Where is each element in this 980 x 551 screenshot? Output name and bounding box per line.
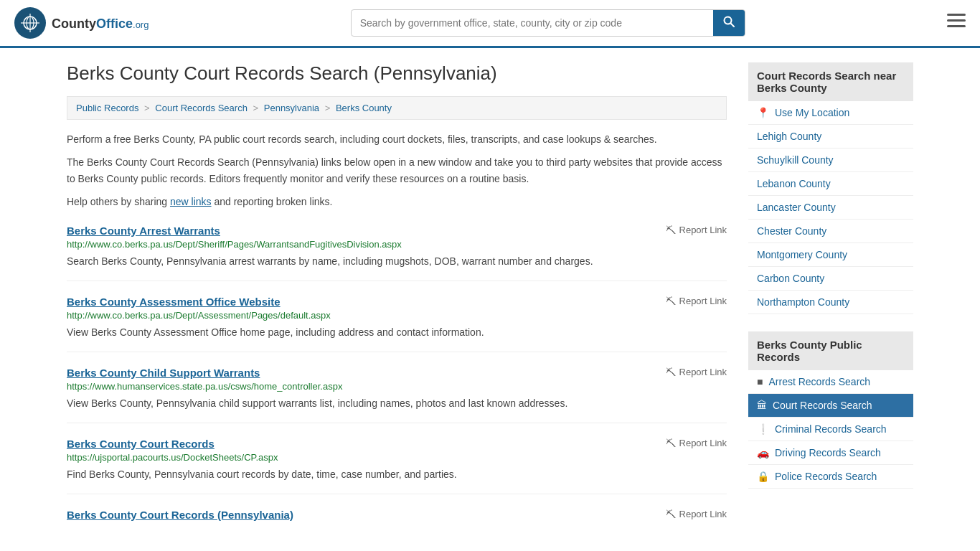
nearby-header: Court Records Search near Berks County [748,62,913,101]
breadcrumb-public-records[interactable]: Public Records [76,103,138,113]
hamburger-menu[interactable] [947,14,966,32]
breadcrumb-pennsylvania[interactable]: Pennsylvania [264,103,319,113]
svg-rect-9 [947,25,966,27]
resource-url[interactable]: http://www.co.berks.pa.us/Dept/Assessmen… [67,310,727,321]
report-link[interactable]: ⛏ Report Link [666,367,727,378]
sidebar-record-icon: 🔒 [757,471,769,482]
svg-rect-8 [947,19,966,22]
public-record-link[interactable]: Driving Records Search [775,447,881,458]
svg-rect-7 [947,14,966,16]
report-link-icon: ⛏ [666,296,676,307]
public-record-item[interactable]: 🔒 Police Records Search [748,465,913,489]
nearby-county-item[interactable]: Lehigh County [748,125,913,149]
public-records-header: Berks County Public Records [748,331,913,370]
nearby-county-link[interactable]: Carbon County [757,273,824,284]
nearby-county-link[interactable]: Northampton County [757,296,849,308]
nearby-county-link[interactable]: Lancaster County [757,202,836,213]
breadcrumb-sep1: > [144,103,152,113]
resource-entry: Berks County Child Support Warrants ⛏ Re… [67,367,727,423]
resource-title[interactable]: Berks County Assessment Office Website [67,296,281,308]
intro-text-1: Perform a free Berks County, PA public c… [67,131,727,147]
report-link-icon: ⛏ [666,438,676,449]
report-link[interactable]: ⛏ Report Link [666,296,727,307]
search-input[interactable] [352,11,713,34]
report-link-icon: ⛏ [666,509,676,520]
resource-header: Berks County Assessment Office Website ⛏… [67,296,727,308]
resource-title[interactable]: Berks County Child Support Warrants [67,367,260,379]
resource-desc: View Berks County, Pennsylvania child su… [67,396,727,411]
public-record-link[interactable]: Criminal Records Search [775,423,887,435]
resource-desc: Search Berks County, Pennsylvania arrest… [67,254,727,269]
resource-url[interactable]: http://www.co.berks.pa.us/Dept/Sheriff/P… [67,239,727,250]
nearby-county-link[interactable]: Montgomery County [757,249,847,260]
intro-text-2: The Berks County Court Records Search (P… [67,154,727,187]
resource-title[interactable]: Berks County Court Records (Pennsylvania… [67,509,293,521]
nearby-county-item[interactable]: Carbon County [748,267,913,291]
nearby-list: 📍 Use My Location Lehigh CountySchuylkil… [748,101,913,314]
resource-header: Berks County Child Support Warrants ⛏ Re… [67,367,727,379]
svg-line-6 [730,24,734,27]
report-link[interactable]: ⛏ Report Link [666,438,727,449]
logo[interactable]: CountyOffice.org [14,7,149,39]
resource-header: Berks County Court Records (Pennsylvania… [67,509,727,521]
nearby-county-item[interactable]: Lebanon County [748,172,913,196]
sidebar-record-icon: ❕ [757,423,769,435]
public-record-item[interactable]: ❕ Criminal Records Search [748,418,913,441]
report-link-icon: ⛏ [666,225,676,236]
public-records-list: ■ Arrest Records Search 🏛 Court Records … [748,370,913,489]
nearby-county-link[interactable]: Lehigh County [757,131,821,142]
breadcrumb-berks-county[interactable]: Berks County [336,103,392,113]
nearby-county-item[interactable]: Montgomery County [748,243,913,267]
public-records-section: Berks County Public Records ■ Arrest Rec… [748,331,913,489]
nearby-county-link[interactable]: Chester County [757,225,826,237]
resource-url[interactable]: https://www.humanservices.state.pa.us/cs… [67,381,727,392]
sidebar: Court Records Search near Berks County 📍… [748,62,913,547]
resource-entry: Berks County Court Records (Pennsylvania… [67,509,727,532]
resource-url[interactable]: https://ujsportal.pacourts.us/DocketShee… [67,452,727,463]
page-title: Berks County Court Records Search (Penns… [67,62,727,85]
use-my-location[interactable]: 📍 Use My Location [748,101,913,125]
search-bar [351,9,745,37]
nearby-county-link[interactable]: Schuylkill County [757,154,834,166]
location-pin-icon: 📍 [757,107,769,118]
new-links-link[interactable]: new links [170,196,212,207]
public-record-item[interactable]: 🏛 Court Records Search [748,394,913,418]
nearby-county-link[interactable]: Lebanon County [757,178,831,189]
resource-title[interactable]: Berks County Arrest Warrants [67,225,220,237]
public-record-link[interactable]: Arrest Records Search [768,376,870,387]
breadcrumb: Public Records > Court Records Search > … [67,96,727,120]
nearby-county-item[interactable]: Lancaster County [748,196,913,220]
logo-icon [14,7,46,39]
breadcrumb-sep2: > [253,103,261,113]
public-record-item[interactable]: 🚗 Driving Records Search [748,441,913,465]
nearby-county-item[interactable]: Chester County [748,220,913,243]
public-record-link[interactable]: Police Records Search [775,471,877,482]
sidebar-record-icon: 🏛 [757,400,767,411]
main-content: Berks County Court Records Search (Penns… [67,62,727,547]
resource-title[interactable]: Berks County Court Records [67,438,215,450]
intro-text-3: Help others by sharing new links and rep… [67,194,727,209]
use-my-location-link[interactable]: Use My Location [775,107,849,118]
resource-desc: View Berks County Assessment Office home… [67,325,727,340]
nearby-county-item[interactable]: Schuylkill County [748,149,913,172]
report-link[interactable]: ⛏ Report Link [666,509,727,520]
nearby-section: Court Records Search near Berks County 📍… [748,62,913,314]
search-button[interactable] [713,10,745,36]
sidebar-record-icon: 🚗 [757,447,769,458]
public-record-item[interactable]: ■ Arrest Records Search [748,370,913,394]
main-layout: Berks County Court Records Search (Penns… [52,48,928,551]
breadcrumb-court-records[interactable]: Court Records Search [155,103,248,113]
sidebar-record-icon: ■ [757,376,763,387]
report-link[interactable]: ⛏ Report Link [666,225,727,236]
resource-header: Berks County Court Records ⛏ Report Link [67,438,727,450]
breadcrumb-sep3: > [325,103,333,113]
resources-list: Berks County Arrest Warrants ⛏ Report Li… [67,225,727,532]
site-header: CountyOffice.org [0,0,980,48]
resource-entry: Berks County Assessment Office Website ⛏… [67,296,727,352]
nearby-county-item[interactable]: Northampton County [748,291,913,314]
public-record-link[interactable]: Court Records Search [773,400,872,411]
resource-desc: Find Berks County, Pennsylvania court re… [67,467,727,482]
resource-entry: Berks County Arrest Warrants ⛏ Report Li… [67,225,727,281]
report-link-icon: ⛏ [666,367,676,378]
logo-text: CountyOffice.org [52,15,149,32]
